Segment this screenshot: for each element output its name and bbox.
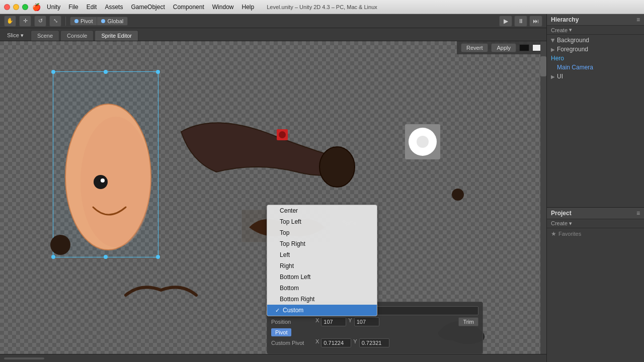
hierarchy-tree: ▶ Background ▶ Foreground Hero Main Came… bbox=[547, 35, 644, 207]
project-create-label: Create bbox=[551, 220, 568, 226]
menu-edit[interactable]: Edit bbox=[83, 3, 101, 12]
tree-item-hero-label: Hero bbox=[551, 55, 564, 62]
sprite-editor-toolbar: Revert Apply bbox=[457, 41, 546, 54]
check-right bbox=[275, 263, 277, 269]
menu-help[interactable]: Help bbox=[237, 3, 258, 12]
small-circle-svg bbox=[450, 187, 465, 202]
create-dropdown-icon: ▾ bbox=[569, 27, 572, 33]
step-button[interactable]: ⏭ bbox=[529, 16, 542, 27]
dropdown-item-center[interactable]: Center bbox=[267, 205, 377, 216]
tree-item-ui[interactable]: ▶ UI bbox=[547, 72, 644, 81]
trim-button[interactable]: Trim bbox=[458, 317, 478, 326]
dropdown-item-bottom[interactable]: Bottom bbox=[267, 283, 377, 294]
hierarchy-options-icon[interactable]: ≡ bbox=[636, 16, 640, 23]
menu-assets[interactable]: Assets bbox=[101, 3, 127, 12]
dropdown-item-custom[interactable]: ✓ Custom bbox=[267, 305, 377, 316]
left-eye-sprite bbox=[48, 232, 73, 259]
hierarchy-create-button[interactable]: Create ▾ bbox=[547, 26, 644, 35]
project-header: Project ≡ bbox=[547, 208, 644, 219]
minimize-button[interactable] bbox=[13, 4, 19, 10]
menu-file[interactable]: File bbox=[64, 3, 82, 12]
handle-top-right[interactable] bbox=[156, 70, 160, 74]
check-bottom-right bbox=[275, 296, 277, 302]
tree-item-camera-label: Main Camera bbox=[557, 64, 593, 71]
rotate-tool-button[interactable]: ↺ bbox=[34, 16, 46, 27]
dropdown-item-bottom-left[interactable]: Bottom Left bbox=[267, 272, 377, 283]
cp-y-input[interactable] bbox=[359, 338, 389, 347]
center-area: ✋ ✛ ↺ ⤡ Pivot Global ▶ ⏸ ⏭ bbox=[0, 14, 546, 362]
gun-sprite bbox=[176, 102, 357, 204]
maximize-button[interactable] bbox=[22, 4, 28, 10]
menu-gameobject[interactable]: GameObject bbox=[127, 3, 169, 12]
tab-scene[interactable]: Scene bbox=[31, 30, 59, 41]
global-dot-icon bbox=[101, 19, 105, 23]
scale-tool-button[interactable]: ⤡ bbox=[49, 16, 61, 27]
pause-button[interactable]: ⏸ bbox=[514, 16, 527, 27]
play-button[interactable]: ▶ bbox=[499, 16, 512, 27]
editor-area[interactable]: Revert Apply bbox=[0, 41, 546, 354]
svg-point-6 bbox=[279, 131, 286, 138]
custom-pivot-row: Custom Pivot X Y bbox=[271, 338, 478, 347]
editor-scrollbar[interactable] bbox=[540, 41, 546, 354]
dropdown-item-top-right[interactable]: Top Right bbox=[267, 238, 377, 249]
close-button[interactable] bbox=[4, 4, 10, 10]
check-bottom bbox=[275, 285, 277, 291]
dropdown-item-top[interactable]: Top bbox=[267, 227, 377, 238]
slice-dropdown[interactable]: Slice ▾ bbox=[4, 30, 27, 41]
menu-component[interactable]: Component bbox=[169, 3, 208, 12]
check-top-right bbox=[275, 241, 277, 247]
menu-window[interactable]: Window bbox=[208, 3, 238, 12]
x-input[interactable] bbox=[321, 317, 346, 326]
background-color-swatch[interactable] bbox=[519, 44, 529, 51]
white-circle-svg bbox=[403, 122, 443, 162]
project-star-icon: ★ bbox=[551, 230, 556, 237]
bottom-status-bar bbox=[0, 354, 546, 362]
dropdown-item-left[interactable]: Left bbox=[267, 249, 377, 260]
dropdown-item-right[interactable]: Right bbox=[267, 260, 377, 272]
tree-item-main-camera[interactable]: Main Camera bbox=[547, 63, 644, 72]
tab-console[interactable]: Console bbox=[60, 30, 94, 41]
title-bar: 🍎 Unity File Edit Assets GameObject Comp… bbox=[0, 0, 644, 14]
handle-top-center[interactable] bbox=[104, 70, 108, 74]
dropdown-item-top-left[interactable]: Top Left bbox=[267, 216, 377, 227]
tab-sprite-editor[interactable]: Sprite Editor bbox=[95, 30, 138, 41]
custom-pivot-xy: X Y bbox=[315, 338, 478, 347]
hand-tool-button[interactable]: ✋ bbox=[4, 16, 16, 27]
zoom-slider[interactable] bbox=[4, 357, 44, 359]
revert-button[interactable]: Revert bbox=[461, 43, 488, 52]
project-create-dropdown-icon: ▾ bbox=[569, 220, 572, 227]
svg-point-8 bbox=[50, 235, 70, 255]
tree-item-hero[interactable]: Hero bbox=[547, 54, 644, 63]
apply-button[interactable]: Apply bbox=[491, 43, 516, 52]
tree-item-background-label: Background bbox=[557, 37, 589, 44]
handle-top-left[interactable] bbox=[51, 70, 55, 74]
global-button[interactable]: Global bbox=[97, 17, 127, 25]
pivot-mode-button[interactable]: Pivot bbox=[271, 328, 291, 336]
arrow-foreground-icon: ▶ bbox=[551, 47, 555, 52]
project-title: Project bbox=[551, 210, 572, 217]
move-tool-button[interactable]: ✛ bbox=[19, 16, 31, 27]
window-title: Level.unity – Unity 2D 4.3 – PC, Mac & L… bbox=[267, 4, 377, 10]
eyebrow-sprite bbox=[121, 278, 201, 304]
tree-item-background[interactable]: ▶ Background bbox=[547, 36, 644, 45]
apple-logo-icon[interactable]: 🍎 bbox=[32, 3, 41, 11]
y-input[interactable] bbox=[354, 317, 379, 326]
svg-point-1 bbox=[80, 117, 151, 247]
project-options-icon[interactable]: ≡ bbox=[636, 210, 640, 217]
menu-unity[interactable]: Unity bbox=[43, 3, 64, 12]
x-label: X bbox=[315, 317, 319, 326]
canvas-area[interactable]: Revert Apply bbox=[0, 41, 546, 354]
arrow-background-icon: ▶ bbox=[550, 38, 556, 42]
main-toolbar: ✋ ✛ ↺ ⤡ Pivot Global ▶ ⏸ ⏭ bbox=[0, 14, 546, 28]
hierarchy-title: Hierarchy bbox=[551, 16, 579, 23]
pivot-label: Pivot bbox=[80, 18, 93, 24]
svg-point-12 bbox=[452, 189, 464, 201]
cp-x-input[interactable] bbox=[321, 338, 351, 347]
dropdown-item-bottom-right[interactable]: Bottom Right bbox=[267, 294, 377, 305]
y-label: Y bbox=[348, 317, 352, 326]
tree-item-foreground[interactable]: ▶ Foreground bbox=[547, 45, 644, 54]
cp-x-label: X bbox=[315, 338, 319, 347]
pivot-row: Pivot bbox=[271, 328, 478, 336]
pivot-button[interactable]: Pivot bbox=[70, 17, 97, 25]
project-create-button[interactable]: Create ▾ bbox=[547, 219, 644, 228]
